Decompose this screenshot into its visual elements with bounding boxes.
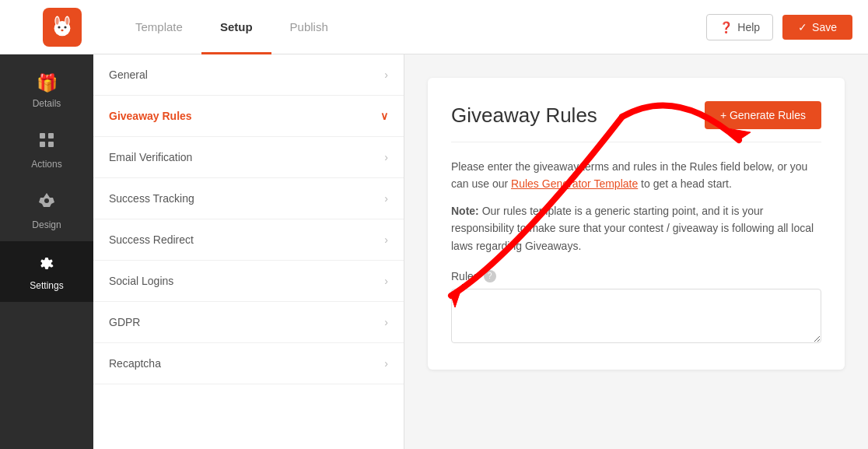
svg-rect-11 [48, 142, 54, 147]
middle-panel: General › Giveaway Rules ∨ Email Verific… [93, 54, 404, 449]
giveaway-rules-label: Giveaway Rules [109, 110, 192, 122]
content-title: Giveaway Rules [451, 103, 597, 128]
chevron-down-icon: ∨ [380, 110, 388, 122]
menu-item-general[interactable]: General › [93, 54, 404, 96]
sidebar-item-details-label: Details [33, 98, 61, 109]
gdpr-label: GDPR [109, 316, 140, 328]
save-label: Save [812, 21, 837, 33]
tab-setup[interactable]: Setup [201, 0, 271, 54]
sidebar-item-actions[interactable]: Actions [0, 120, 93, 181]
chevron-right-icon-2: › [384, 151, 388, 163]
menu-item-success-redirect[interactable]: Success Redirect › [93, 219, 404, 261]
sidebar-item-design[interactable]: Design [0, 181, 93, 241]
sidebar-item-design-label: Design [32, 219, 61, 230]
chevron-right-icon-7: › [384, 357, 388, 370]
content-card: Giveaway Rules + Generate Rules Please e… [428, 78, 845, 370]
social-logins-label: Social Logins [109, 275, 173, 287]
question-icon: ❓ [719, 21, 733, 33]
success-tracking-label: Success Tracking [109, 192, 194, 205]
rules-label-row: Rules ? [451, 270, 821, 282]
chevron-right-icon-6: › [384, 316, 388, 328]
svg-rect-9 [48, 133, 54, 139]
svg-point-6 [64, 26, 66, 28]
sidebar-item-settings[interactable]: Settings [0, 241, 93, 302]
chevron-right-icon-3: › [384, 192, 388, 205]
chevron-right-icon-5: › [384, 275, 388, 287]
menu-item-giveaway-rules[interactable]: Giveaway Rules ∨ [93, 96, 404, 137]
svg-point-5 [58, 26, 60, 28]
note-text: Note: Our rules template is a generic st… [451, 202, 821, 254]
content-header: Giveaway Rules + Generate Rules [451, 101, 821, 142]
sidebar-item-settings-label: Settings [30, 280, 63, 291]
note-content: Our rules template is a generic starting… [451, 205, 814, 252]
description-text: Please enter the giveaway terms and rule… [451, 158, 821, 193]
checkmark-icon: ✓ [798, 21, 807, 33]
svg-rect-8 [40, 133, 45, 139]
settings-icon [37, 252, 56, 275]
rules-label-text: Rules [451, 270, 479, 282]
svg-point-12 [44, 198, 49, 203]
general-label: General [109, 68, 148, 81]
chevron-right-icon-4: › [384, 233, 388, 246]
menu-item-recaptcha[interactable]: Recaptcha › [93, 343, 404, 384]
top-nav: Template Setup Publish ❓ Help ✓ Save [0, 0, 868, 54]
svg-point-3 [56, 17, 59, 25]
chevron-right-icon: › [384, 68, 388, 81]
help-button[interactable]: ❓ Help [706, 14, 773, 40]
menu-item-email-verification[interactable]: Email Verification › [93, 137, 404, 178]
rules-textarea[interactable] [451, 289, 821, 343]
actions-icon [37, 131, 56, 154]
svg-rect-10 [40, 142, 45, 147]
note-bold: Note: [451, 205, 479, 217]
rules-help-icon[interactable]: ? [484, 270, 496, 282]
success-redirect-label: Success Redirect [109, 233, 194, 246]
help-label: Help [737, 21, 760, 33]
nav-actions: ❓ Help ✓ Save [706, 14, 852, 40]
svg-point-7 [61, 29, 63, 30]
svg-point-4 [65, 17, 68, 25]
nav-tabs: Template Setup Publish [109, 0, 706, 54]
sidebar-item-actions-label: Actions [31, 159, 61, 170]
menu-item-social-logins[interactable]: Social Logins › [93, 261, 404, 302]
rules-generator-link[interactable]: Rules Generator Template [511, 177, 638, 190]
menu-item-success-tracking[interactable]: Success Tracking › [93, 178, 404, 219]
generate-rules-button[interactable]: + Generate Rules [705, 101, 821, 129]
description-part2: to get a head start. [638, 177, 732, 190]
content-panel: Giveaway Rules + Generate Rules Please e… [404, 54, 868, 449]
tab-publish[interactable]: Publish [271, 0, 347, 54]
logo-area [16, 8, 109, 47]
sidebar: 🎁 Details Actions Design [0, 54, 93, 449]
menu-item-gdpr[interactable]: GDPR › [93, 302, 404, 343]
gift-icon: 🎁 [37, 73, 58, 93]
recaptcha-label: Recaptcha [109, 357, 161, 370]
design-icon [37, 191, 56, 215]
email-verification-label: Email Verification [109, 151, 192, 163]
save-button[interactable]: ✓ Save [782, 15, 852, 40]
logo-icon [43, 8, 82, 47]
tab-template[interactable]: Template [117, 0, 201, 54]
sidebar-item-details[interactable]: 🎁 Details [0, 62, 93, 120]
main-layout: 🎁 Details Actions Design [0, 54, 868, 449]
